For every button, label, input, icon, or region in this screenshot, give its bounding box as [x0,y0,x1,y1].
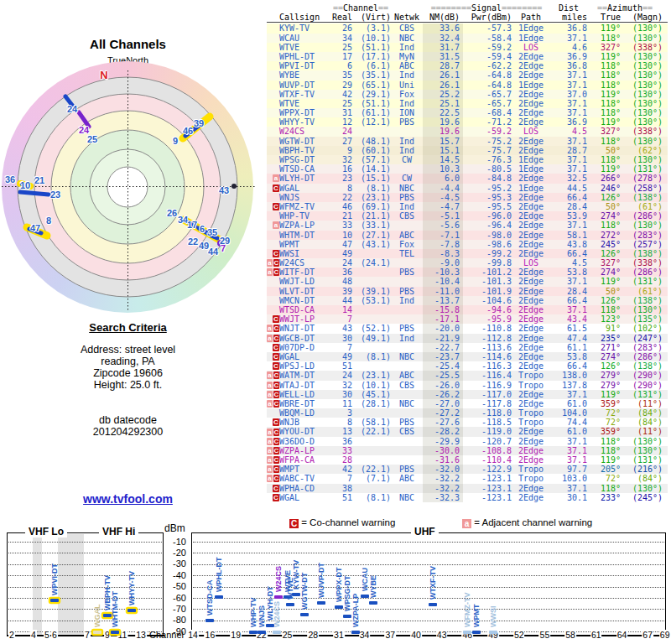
callsign-cell: WPSJ-LD [279,361,330,371]
chart-bar-label: W24CS [274,566,283,592]
true-azimuth-cell: 271° [587,343,621,352]
virtual-channel-cell: (22.1) [352,427,391,436]
true-azimuth-cell: 118° [587,305,621,314]
band-gap [58,534,84,635]
cochannel-badge: C [289,519,299,528]
magnetic-azimuth-cell: (130°) [621,61,663,70]
radar-channel-label: 43 [219,185,229,195]
signal-table: ==Channel==========Signal========Dist==A… [267,3,668,502]
col-header: Real [330,13,352,22]
network-cell: ION [391,108,423,117]
noise-margin-cell: -32.3 [423,493,463,502]
real-channel-cell: 36 [330,267,352,277]
true-azimuth-cell: 119° [587,117,621,127]
magnetic-azimuth-cell: (286°) [621,211,663,221]
path-cell: 2Edge [512,493,550,502]
network-cell: PBS [391,324,423,333]
path-cell: 2Edge [512,211,550,221]
real-channel-cell: 14 [330,305,352,314]
channel-tick-label: 64 [616,630,628,640]
real-channel-cell: 10 [330,231,352,240]
warning-badges: aC [267,390,279,399]
gridline [8,598,162,599]
channel-tick-label: 9 [104,630,111,640]
legend-adjacent: a = Adjacent channel warning [462,517,592,528]
noise-margin-cell: -9.0 [423,258,463,267]
group-header-channel: ==Channel== [330,3,391,13]
dbm-tick-label: -50 [161,581,186,591]
cochannel-warning-badge: C [273,371,279,379]
power-cell: -110.4 [463,455,512,465]
col-header: (Magn) [621,13,663,22]
network-cell: CW [391,155,423,164]
channel-tick-label: 11 [117,630,128,640]
real-channel-cell: 38 [330,484,352,493]
callsign-cell: WBRE-DT [279,399,330,408]
noise-margin-cell: -22.7 [423,343,463,352]
true-azimuth-cell: 327° [587,127,621,136]
magnetic-azimuth-cell: (245°) [621,493,663,502]
virtual-channel-cell: (33.1) [352,221,391,230]
chart-bar-label: WCAU [361,568,369,591]
true-azimuth-cell: 118° [587,108,621,117]
noise-margin-cell: 6.0 [423,174,463,183]
warning-badges: a [267,174,279,183]
chart-bar-label: WTVE [286,578,294,600]
network-cell: NBC [391,34,423,43]
virtual-channel-cell: (58.1) [352,418,391,427]
callsign-cell: WPPX-DT [279,108,330,117]
true-azimuth-cell: 205° [587,465,621,474]
path-cell: 1Edge [512,164,550,174]
warning-badges [267,287,279,296]
gridline [8,609,162,610]
cochannel-warning-badge: C [273,335,279,342]
real-channel-cell: 33 [330,221,352,230]
group-header-signal: ========Signal======== [423,3,550,13]
distance-cell: 66.4 [550,249,587,258]
virtual-channel-cell [352,277,391,286]
distance-cell: 36.8 [550,23,587,33]
table-row: WPVI-DT6(6.1)ABC28.7-62.22Edge36.8118°(1… [267,61,668,70]
table-row: WGTW-DT27(48.1)Ind15.7-75.22Edge37.1118°… [267,137,668,146]
path-cell: 2Edge [512,240,550,249]
noise-margin-cell: 14.5 [423,155,463,164]
network-cell: NBC [391,493,423,502]
radar-marker-dot [231,184,237,189]
channel-tick-label: 19 [230,630,242,640]
table-row: WTSD-CA14-15.8-94.62Edge37.1118°(130°) [267,305,668,314]
power-cell: -99.2 [463,249,512,258]
real-channel-cell: 21 [330,211,352,221]
network-cell: ABC [391,474,423,483]
network-cell [391,305,423,314]
table-row: CW07DP-D7-22.7-113.62Edge61.1271°(283°) [267,343,668,352]
chart-bar [317,601,325,605]
cochannel-warning-badge: C [273,438,279,445]
tvfool-link[interactable]: www.tvfool.com [83,492,173,506]
table-row: WTVE25(51.1)Ind31.7-59.2LOS4.6327°(338°) [267,43,668,52]
callsign-cell: WPMT [279,240,330,249]
datecode-value: 201204292300 [21,426,235,438]
callsign-cell: WGCB-DT [279,334,330,343]
chart-bar-label: WGTW-DT [300,573,309,610]
table-row: WYBE35(35.1)Ind26.1-64.82Edge37.1118°(13… [267,70,668,80]
virtual-channel-cell [352,361,391,371]
chart-bar-label: W24CS [273,600,281,626]
virtual-channel-cell: (23.1) [352,371,391,380]
channel-tick-label: 5 [44,630,50,640]
channel-tick-label: 25 [282,630,294,640]
power-cell: -71.2 [463,117,512,127]
cochannel-warning-badge: C [273,325,279,332]
network-cell: PBS [391,193,423,202]
adjacent-warning-badge: a [267,456,273,464]
network-cell [391,127,423,136]
chart-bar-label: KYW-TV [292,560,300,589]
criteria-line: Height: 25.0 ft. [21,379,235,391]
distance-cell: 37.1 [550,277,587,286]
true-azimuth-cell: 359° [587,427,621,436]
distance-cell: 37.1 [550,137,587,146]
cochannel-warning-badge: C [273,400,279,408]
chart-bar [429,603,437,606]
network-cell [391,164,423,174]
real-channel-cell: 32 [330,381,352,390]
channel-tick-label: 31 [333,630,345,640]
